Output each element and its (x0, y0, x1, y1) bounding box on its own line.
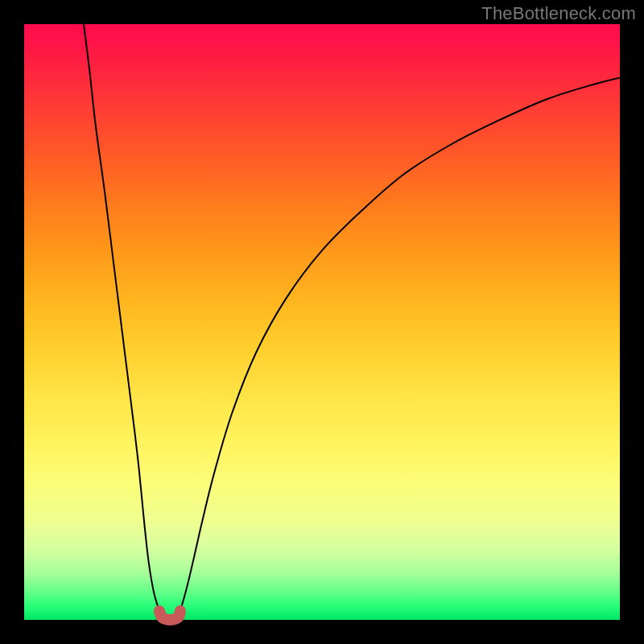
optimal-marker (159, 611, 180, 620)
chart-svg (24, 24, 620, 620)
attribution-text: TheBottleneck.com (481, 3, 636, 24)
curve-left-branch (84, 24, 159, 611)
curve-right-branch (180, 78, 620, 611)
chart-outer: TheBottleneck.com (0, 0, 644, 644)
plot-area (24, 24, 620, 620)
